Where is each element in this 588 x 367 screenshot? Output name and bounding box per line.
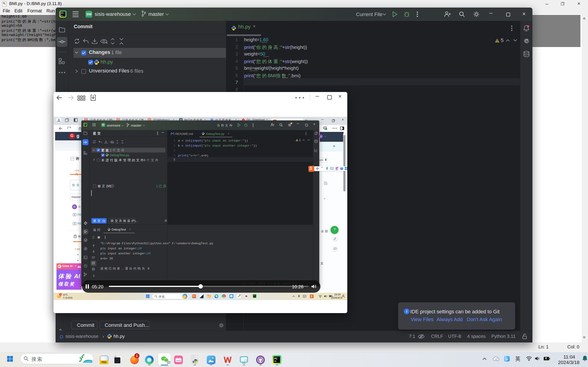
- svg-text:PC: PC: [61, 12, 64, 14]
- svg-text:bilibili: bilibili: [176, 359, 181, 361]
- svg-text:PC: PC: [274, 357, 278, 360]
- svg-text:PC: PC: [85, 124, 86, 125]
- svg-text:PC: PC: [253, 295, 255, 297]
